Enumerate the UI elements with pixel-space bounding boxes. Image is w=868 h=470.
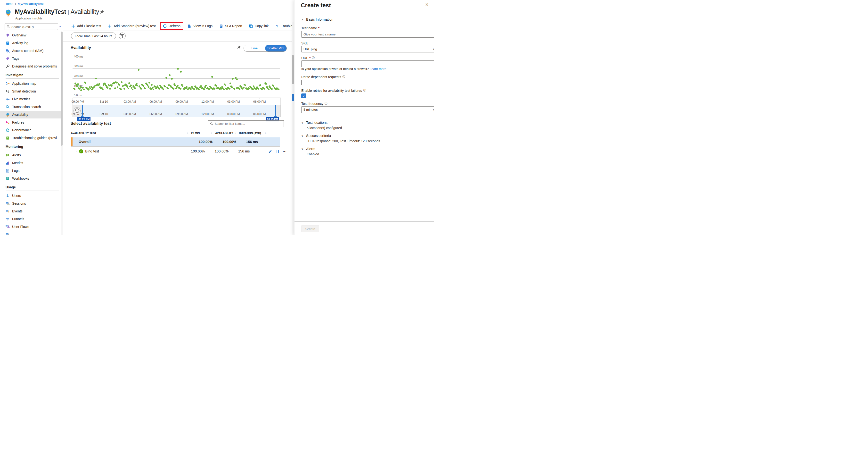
sidebar-item-diagnose-and-solve-problems[interactable]: Diagnose and solve problems xyxy=(0,62,61,70)
copy-link-button[interactable]: Copy link xyxy=(249,24,269,28)
chevron-down-icon: ∨ xyxy=(301,134,303,138)
info-icon[interactable]: ⓘ xyxy=(324,101,328,106)
column-header-20-min[interactable]: 20 MIN↑↓ xyxy=(189,130,213,137)
sidebar-item-funnels[interactable]: Funnels xyxy=(0,215,61,223)
time-range-pill[interactable]: Local Time: Last 24 hours xyxy=(71,32,116,39)
sla-report-button[interactable]: SLA Report xyxy=(219,24,242,28)
funnel-bars-icon xyxy=(6,217,10,221)
basic-information-section-toggle[interactable]: ∧ Basic Information xyxy=(301,18,333,21)
main-content: Add Classic testAdd Standard (preview) t… xyxy=(63,0,294,235)
brush-triangle-right[interactable] xyxy=(274,115,277,117)
toggle-option-scatter-plot[interactable]: Scatter Plot xyxy=(265,45,286,52)
sidebar-item-alerts[interactable]: Alerts xyxy=(0,151,61,159)
sidebar-item-partial[interactable] xyxy=(0,231,61,235)
sidebar-item-transaction-search[interactable]: Transaction search xyxy=(0,103,61,111)
test-frequency-select[interactable]: 5 minutes ∨ xyxy=(301,106,434,113)
sidebar-item-failures[interactable]: Failures xyxy=(0,118,61,126)
add-classic-test-button[interactable]: Add Classic test xyxy=(71,24,101,28)
add-filter-icon[interactable] xyxy=(119,32,126,39)
sort-icons[interactable]: ↑↓ xyxy=(211,132,213,134)
info-icon[interactable]: ⓘ xyxy=(363,88,366,92)
sidebar-item-user-flows[interactable]: User Flows xyxy=(0,223,61,231)
parse-dependent-requests-checkbox[interactable] xyxy=(301,80,306,85)
url-input[interactable] xyxy=(301,60,434,67)
enable-retries-checkbox[interactable]: ✓ xyxy=(301,93,306,98)
green-book-icon xyxy=(6,136,10,140)
sidebar-item-troubleshooting-guides-previ[interactable]: Troubleshooting guides (previ... xyxy=(0,134,61,142)
learn-more-link[interactable]: Learn more xyxy=(369,67,386,71)
row-expander-icon[interactable]: › xyxy=(76,150,77,153)
scatter-point xyxy=(190,88,192,90)
search-input[interactable]: Search (Cmd+/) xyxy=(5,24,58,30)
test-name-input[interactable]: Give your test a name xyxy=(301,31,434,38)
sidebar-collapse-button[interactable]: « xyxy=(59,24,61,28)
x-axis-tick-label: 03:00 PM xyxy=(227,100,240,104)
brush-triangle-left[interactable] xyxy=(81,115,84,117)
table-filter-input[interactable]: Search to filter items... xyxy=(208,120,284,127)
sidebar-item-label: Tags xyxy=(12,57,20,60)
sku-select[interactable]: URL ping ∨ xyxy=(301,46,434,53)
scatter-point xyxy=(229,88,230,90)
sidebar-item-sessions[interactable]: Sessions xyxy=(0,200,61,207)
logs-page-icon xyxy=(6,169,10,173)
column-header-availability[interactable]: AVAILABILITY↑↓ xyxy=(213,130,237,137)
scatter-point xyxy=(114,87,116,89)
add-standard-preview-test-button[interactable]: Add Standard (preview) test xyxy=(108,24,156,28)
sidebar-item-access-control-iam[interactable]: Access control (IAM) xyxy=(0,47,61,55)
success-criteria-section-toggle[interactable]: ∨Success criteria xyxy=(301,134,331,138)
info-icon[interactable]: ⓘ xyxy=(342,75,345,79)
refresh-button[interactable]: Refresh xyxy=(160,22,183,30)
sort-icons[interactable]: ↑↓ xyxy=(235,132,237,134)
success-criteria-summary-value: HTTP response: 200, Test Timeout: 120 se… xyxy=(307,139,380,143)
table-row-overall[interactable]: Overall100.00%100.00%156 ms xyxy=(71,138,280,147)
breadcrumb-item[interactable]: MyAvailabilityTest xyxy=(18,2,43,6)
sidebar-scrollbar-thumb[interactable] xyxy=(61,32,63,146)
chart-pin-icon[interactable] xyxy=(237,45,241,50)
column-header-availability-test[interactable]: AVAILABILITY TEST↑↓ xyxy=(71,130,189,137)
sort-icons[interactable]: ↑↓ xyxy=(265,132,267,134)
time-range-brush[interactable]: 09:00 PMSat 1003:00 AM06:00 AM09:00 AM12… xyxy=(72,105,281,117)
sidebar-item-live-metrics[interactable]: Live metrics xyxy=(0,95,61,103)
sidebar-item-application-map[interactable]: Application map xyxy=(0,80,61,87)
edit-pencil-icon[interactable] xyxy=(268,149,273,153)
x-axis-tick xyxy=(156,98,156,99)
sidebar-item-events[interactable]: Events xyxy=(0,207,61,215)
sidebar-item-workbooks[interactable]: Workbooks xyxy=(0,175,61,182)
row-more-icon[interactable]: ··· xyxy=(283,150,287,153)
sidebar-item-activity-log[interactable]: Activity log xyxy=(0,39,61,47)
test-locations-section-toggle[interactable]: ∨Test locations xyxy=(301,121,328,124)
scatter-point xyxy=(128,82,130,84)
sidebar-item-metrics[interactable]: Metrics xyxy=(0,159,61,167)
sort-icons[interactable]: ↑↓ xyxy=(187,132,189,134)
sidebar-scrollbar[interactable] xyxy=(61,32,63,235)
scatter-point xyxy=(95,78,97,79)
scatter-point xyxy=(253,85,254,87)
sidebar-item-overview[interactable]: Overview xyxy=(0,31,61,39)
sidebar-item-logs[interactable]: Logs xyxy=(0,167,61,175)
scatter-point xyxy=(134,87,136,89)
alerts-section-toggle[interactable]: ∨Alerts xyxy=(301,147,315,151)
sidebar-item-label: Events xyxy=(12,209,23,213)
toggle-option-line[interactable]: Line xyxy=(244,45,265,52)
sidebar-item-tags[interactable]: Tags xyxy=(0,55,61,62)
main-scrollbar-thumb[interactable] xyxy=(292,55,294,84)
breadcrumb-item[interactable]: Home xyxy=(5,2,13,6)
column-header-duration-avg-[interactable]: DURATION (AVG)↑↓ xyxy=(237,130,267,137)
sidebar-section-divider xyxy=(6,150,59,150)
sidebar-item-users[interactable]: Users xyxy=(0,192,61,200)
table-row-bing-test[interactable]: ›✓Bing test100.00%100.00%156 ms··· xyxy=(71,148,280,155)
view-in-logs-button[interactable]: View in Logs xyxy=(188,24,213,28)
command-bar: Add Classic testAdd Standard (preview) t… xyxy=(63,21,294,31)
close-icon[interactable]: × xyxy=(425,2,428,7)
create-button[interactable]: Create xyxy=(301,225,319,232)
sidebar-item-label: User Flows xyxy=(12,225,29,229)
scatter-point xyxy=(243,87,245,88)
pause-icon[interactable] xyxy=(276,149,280,153)
sidebar-item-smart-detection[interactable]: Smart detection xyxy=(0,87,61,95)
info-icon[interactable]: ⓘ xyxy=(312,56,315,60)
sidebar-item-performance[interactable]: Performance xyxy=(0,126,61,134)
section-label: Alerts xyxy=(306,147,315,151)
main-scrollbar[interactable] xyxy=(292,22,294,235)
sidebar-item-availability[interactable]: Availability xyxy=(0,111,61,118)
brush-reset-button[interactable] xyxy=(73,107,81,114)
